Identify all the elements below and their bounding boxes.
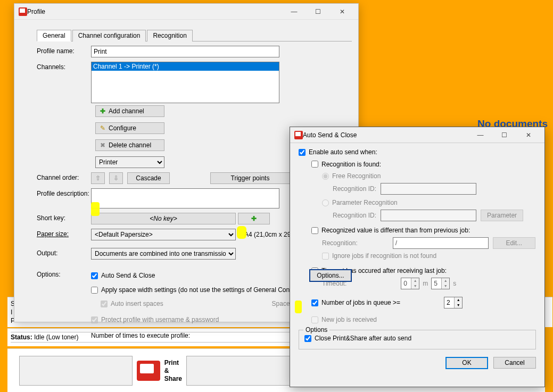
paper-size-select[interactable]: <Default Papersize> — [91, 229, 236, 240]
paper-size-link[interactable]: Paper size: — [37, 229, 91, 238]
execute-count-label: Number of times to execute profile: — [91, 332, 190, 339]
delete-channel-button[interactable]: ✖ Delete channel — [95, 139, 164, 151]
configure-button[interactable]: ✎ Configure — [95, 122, 164, 134]
maximize-button[interactable]: ☐ — [306, 4, 330, 19]
app-icon — [294, 131, 303, 139]
free-recognition-label: Free Recognition — [332, 172, 381, 180]
cascade-button[interactable]: Cascade — [127, 172, 170, 184]
move-down-button[interactable]: ⇩ — [109, 172, 123, 184]
plus-icon: ✚ — [251, 215, 257, 222]
profile-description-input[interactable] — [91, 188, 279, 208]
recognition-value-input — [393, 237, 489, 249]
profile-name-input[interactable] — [91, 46, 279, 57]
auto-send-close-window: Auto Send & Close — ☐ ✕ Enable auto send… — [290, 127, 545, 387]
pencil-icon: ✎ — [100, 124, 105, 132]
cancel-button[interactable]: Cancel — [493, 357, 536, 369]
enable-auto-send-checkbox[interactable]: Enable auto send when: — [299, 148, 377, 156]
recognition-id-input-2 — [381, 210, 476, 221]
num-jobs-checkbox[interactable]: Number of jobs in queue >= ▲▼ — [311, 297, 536, 308]
tabs: General Channel configuration Recognitio… — [37, 29, 352, 41]
free-recognition-radio — [322, 173, 329, 180]
parameter-button: Parameter — [481, 210, 523, 221]
channels-label: Channels: — [37, 62, 91, 71]
output-select[interactable]: Documents are combined into one transmis… — [91, 248, 236, 260]
footer-button[interactable] — [19, 356, 133, 386]
options-label: Options: — [37, 269, 91, 278]
parameter-recognition-label: Parameter Recognition — [332, 199, 398, 206]
tab-recognition[interactable]: Recognition — [147, 30, 192, 41]
app-icon — [19, 7, 27, 16]
channel-list-item[interactable]: Channel 1 -> Printer (*) — [92, 62, 279, 71]
options-legend: Options — [303, 326, 329, 333]
short-key-button[interactable]: <No key> — [91, 213, 236, 224]
close-after-send-checkbox[interactable]: Close Print&Share after auto send — [304, 335, 411, 342]
footer-button[interactable] — [186, 356, 300, 386]
auto-send-close-checkbox[interactable]: Auto Send & Close — [91, 272, 155, 279]
edit-button: Edit... — [493, 237, 535, 249]
move-up-button[interactable]: ⇧ — [91, 172, 105, 184]
add-shortkey-button[interactable]: ✚ — [238, 213, 270, 224]
tab-general[interactable]: General — [37, 30, 71, 41]
ok-button[interactable]: OK — [445, 357, 488, 369]
add-channel-button[interactable]: ✚ Add channel — [95, 105, 164, 117]
recognized-value-diff-checkbox[interactable]: Recognized value is different than from … — [311, 227, 536, 234]
window-title: Profile — [27, 8, 282, 15]
close-button[interactable]: ✕ — [330, 4, 354, 19]
options-fieldset: Options Close Print&Share after auto sen… — [299, 330, 536, 349]
parameter-recognition-radio — [322, 199, 329, 206]
profile-name-label: Profile name: — [37, 46, 91, 55]
short-key-label: Short key: — [37, 213, 91, 222]
ignore-jobs-checkbox: Ignore jobs if recognition is not found — [322, 252, 536, 260]
status-label: Status: — [11, 333, 32, 341]
printer-select[interactable]: Printer — [95, 156, 164, 168]
window-title: Auto Send & Close — [303, 131, 468, 139]
output-label: Output: — [37, 248, 91, 257]
maximize-button[interactable]: ☐ — [492, 128, 516, 143]
options-button[interactable]: Options... — [309, 269, 352, 282]
minimize-button[interactable]: — — [282, 4, 306, 19]
recognition-id-input — [381, 183, 476, 195]
auto-insert-spaces-checkbox: Auto insert spaces — [101, 300, 163, 307]
timeout-seconds-spinner: ▲▼ — [431, 278, 450, 289]
timeout-minutes-spinner: ▲▼ — [401, 278, 419, 289]
recognition-id-label: Recognition ID: — [333, 185, 376, 193]
titlebar: Auto Send & Close — ☐ ✕ — [290, 127, 544, 143]
profile-description-label: Profile description: — [37, 188, 91, 197]
recognition-id-label: Recognition ID: — [333, 212, 376, 219]
printshare-logo — [137, 361, 160, 381]
tab-channel-config[interactable]: Channel configuration — [72, 30, 146, 41]
protect-profile-checkbox: Protect profile with username & password — [91, 316, 219, 323]
plus-icon: ✚ — [100, 107, 105, 115]
titlebar: Profile — ☐ ✕ — [14, 4, 358, 20]
delete-icon: ✖ — [100, 141, 105, 149]
trigger-points-button[interactable]: Trigger points — [210, 172, 290, 184]
recognition-label: Recognition: — [322, 239, 358, 247]
new-job-checkbox: New job is received — [311, 316, 536, 323]
channels-listbox[interactable]: Channel 1 -> Printer (*) — [91, 62, 279, 103]
minimize-button[interactable]: — — [468, 128, 492, 143]
channel-order-label: Channel order: — [37, 172, 91, 181]
num-jobs-spinner[interactable]: ▲▼ — [444, 297, 463, 308]
recognition-found-checkbox[interactable]: Recognition is found: — [311, 161, 381, 168]
printshare-text: Print&Share — [164, 358, 182, 382]
close-button[interactable]: ✕ — [516, 128, 540, 143]
